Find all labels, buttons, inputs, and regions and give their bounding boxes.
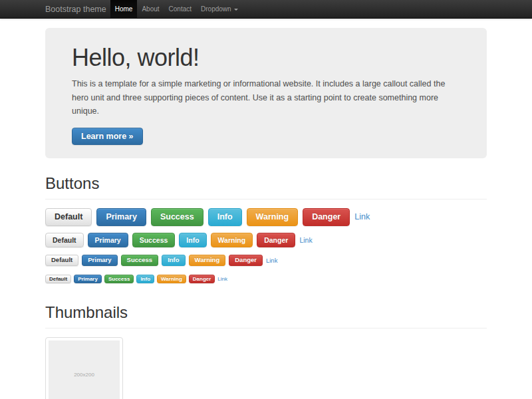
info-button-xs[interactable]: Info xyxy=(136,275,154,283)
link-button-md[interactable]: Link xyxy=(299,236,312,244)
buttons-section-title: Buttons xyxy=(45,174,487,193)
info-button-lg[interactable]: Info xyxy=(208,208,242,225)
nav-item-about[interactable]: About xyxy=(137,0,164,19)
nav-item-label: About xyxy=(142,5,159,13)
hero-unit: Hello, world! This is a template for a s… xyxy=(45,28,487,158)
button-rows: DefaultPrimarySuccessInfoWarningDangerLi… xyxy=(45,208,487,285)
warning-button-md[interactable]: Warning xyxy=(211,233,253,247)
success-button-md[interactable]: Success xyxy=(132,233,176,247)
button-row-lg: DefaultPrimarySuccessInfoWarningDangerLi… xyxy=(45,208,487,225)
buttons-section-header: Buttons xyxy=(45,174,487,200)
primary-button-md[interactable]: Primary xyxy=(88,233,128,247)
navbar-container: Bootstrap theme HomeAboutContactDropdown xyxy=(45,0,487,19)
warning-button-xs[interactable]: Warning xyxy=(157,275,186,283)
default-button-sm[interactable]: Default xyxy=(45,255,78,266)
warning-button-lg[interactable]: Warning xyxy=(247,208,299,225)
warning-button-sm[interactable]: Warning xyxy=(189,255,226,266)
link-button-lg[interactable]: Link xyxy=(354,212,370,221)
link-button-xs[interactable]: Link xyxy=(217,276,227,282)
default-button-lg[interactable]: Default xyxy=(45,208,92,225)
hero-title: Hello, world! xyxy=(72,44,460,72)
button-row-sm: DefaultPrimarySuccessInfoWarningDangerLi… xyxy=(45,254,487,266)
danger-button-sm[interactable]: Danger xyxy=(229,255,263,266)
nav-item-label: Home xyxy=(115,5,133,13)
danger-button-md[interactable]: Danger xyxy=(257,233,295,247)
learn-more-button[interactable]: Learn more » xyxy=(72,128,143,145)
nav-item-dropdown[interactable]: Dropdown xyxy=(196,0,243,19)
danger-button-lg[interactable]: Danger xyxy=(303,208,350,225)
thumbnail-link[interactable]: 200x200 xyxy=(45,337,123,399)
thumbnails-section-header: Thumbnails xyxy=(45,303,487,329)
navbar: Bootstrap theme HomeAboutContactDropdown xyxy=(0,0,532,19)
nav-item-home[interactable]: Home xyxy=(110,0,138,19)
danger-button-xs[interactable]: Danger xyxy=(189,275,215,283)
button-row-md: DefaultPrimarySuccessInfoWarningDangerLi… xyxy=(45,233,487,247)
caret-down-icon xyxy=(234,9,238,11)
link-button-sm[interactable]: Link xyxy=(266,257,277,264)
primary-button-sm[interactable]: Primary xyxy=(82,255,117,266)
placeholder-image: 200x200 xyxy=(49,340,120,399)
primary-button-lg[interactable]: Primary xyxy=(96,208,146,225)
hero-description: This is a template for a simple marketin… xyxy=(72,77,460,118)
primary-button-xs[interactable]: Primary xyxy=(74,275,102,283)
thumbnails-section-title: Thumbnails xyxy=(45,303,487,322)
nav-item-label: Dropdown xyxy=(201,5,231,13)
info-button-md[interactable]: Info xyxy=(179,233,206,247)
success-button-sm[interactable]: Success xyxy=(121,255,159,266)
button-row-xs: DefaultPrimarySuccessInfoWarningDangerLi… xyxy=(45,273,487,285)
page-container: Hello, world! This is a template for a s… xyxy=(45,28,487,399)
default-button-md[interactable]: Default xyxy=(45,233,84,247)
success-button-xs[interactable]: Success xyxy=(104,275,134,283)
default-button-xs[interactable]: Default xyxy=(45,275,71,283)
navbar-brand[interactable]: Bootstrap theme xyxy=(45,0,106,19)
nav-item-label: Contact xyxy=(169,5,192,13)
nav-item-contact[interactable]: Contact xyxy=(164,0,196,19)
success-button-lg[interactable]: Success xyxy=(151,208,203,225)
navbar-menu: HomeAboutContactDropdown xyxy=(110,0,243,19)
info-button-sm[interactable]: Info xyxy=(162,255,185,266)
